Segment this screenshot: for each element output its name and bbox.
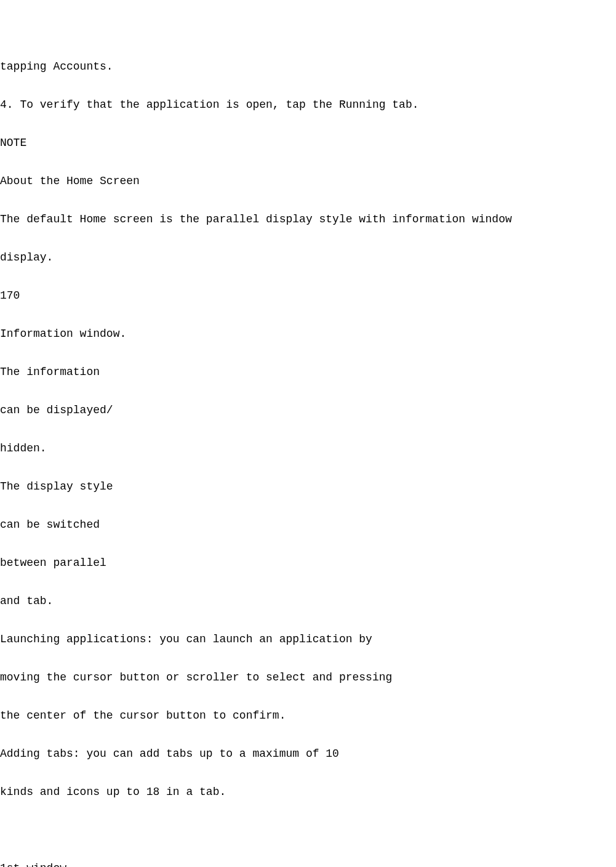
text-line: 170	[0, 286, 616, 305]
text-line: 1st window.	[0, 859, 616, 867]
text-line: 4. To verify that the application is ope…	[0, 95, 616, 115]
text-line: and tab.	[0, 592, 616, 611]
text-line: can be displayed/	[0, 401, 616, 420]
text-line: display.	[0, 248, 616, 267]
text-line: The information	[0, 363, 616, 382]
text-line: About the Home Screen	[0, 172, 616, 191]
text-line: Launching applications: you can launch a…	[0, 630, 616, 649]
text-line: The default Home screen is the parallel …	[0, 210, 616, 229]
text-line: the center of the cursor button to confi…	[0, 706, 616, 725]
text-line: Information window.	[0, 325, 616, 344]
text-line: hidden.	[0, 439, 616, 458]
text-line: Adding tabs: you can add tabs up to a ma…	[0, 744, 616, 764]
text-line: can be switched	[0, 515, 616, 534]
text-line: The display style	[0, 477, 616, 496]
text-line: kinds and icons up to 18 in a tab.	[0, 783, 616, 802]
text-line: NOTE	[0, 134, 616, 153]
blank-line	[0, 821, 616, 840]
text-line: between parallel	[0, 554, 616, 573]
text-line: moving the cursor button or scroller to …	[0, 668, 616, 687]
text-line: tapping Accounts.	[0, 57, 616, 76]
